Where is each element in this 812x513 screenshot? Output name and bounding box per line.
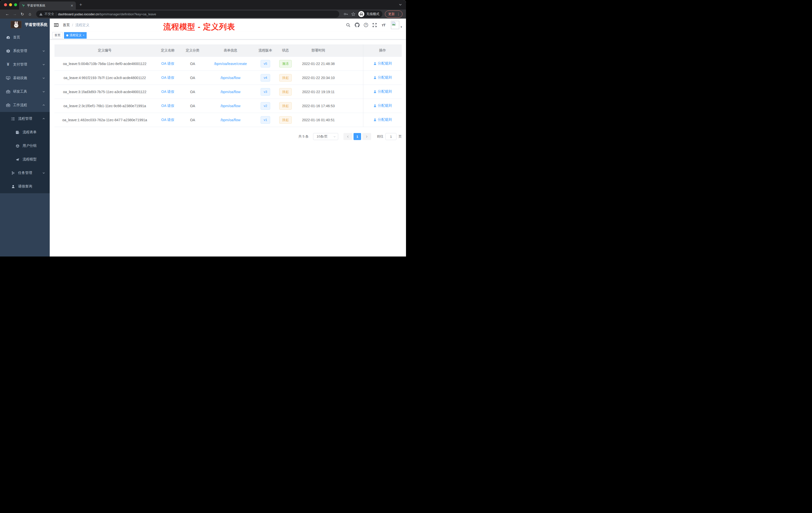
security-label[interactable]: 不安全 <box>45 12 54 16</box>
assign-rule-button[interactable]: 分配规则 <box>373 117 392 122</box>
user-icon <box>373 76 377 79</box>
chevron-down-icon <box>42 50 45 53</box>
reload-icon[interactable]: ↻ <box>19 12 26 17</box>
tag-home[interactable]: 首页 <box>52 32 63 39</box>
workflow-submenu: 流程管理 流程表单 用户分组 <box>0 112 50 193</box>
form-link[interactable]: /bpm/oa/flow <box>221 104 240 108</box>
form-link[interactable]: /bpm/oa/flow <box>221 76 240 80</box>
version-badge: v2 <box>261 102 270 110</box>
assign-rule-button[interactable]: 分配规则 <box>373 75 392 80</box>
definition-id: oa_leave:4:991f2193-7b7f-11ec-a3c8-acde4… <box>55 76 155 80</box>
sidebar-item-devtools[interactable]: 研发工具 <box>0 85 50 98</box>
column-header: 表单信息 <box>205 48 256 53</box>
tag-close-icon[interactable]: × <box>83 34 84 37</box>
status-badge: 挂起 <box>279 116 292 124</box>
status-badge: 激活 <box>279 60 292 67</box>
sidebar-item-process-management[interactable]: 流程管理 <box>0 112 50 125</box>
deploy-time: 2022-01-22 20:34:10 <box>296 76 340 80</box>
page-size-select[interactable]: 10条/页 <box>313 133 338 140</box>
update-menu-button[interactable]: 更新 ⋮ <box>385 10 403 18</box>
column-header: 定义分类 <box>180 48 205 53</box>
column-header: 部署时间 <box>296 48 340 53</box>
help-icon[interactable]: ? <box>363 22 369 28</box>
definition-name-link[interactable]: OA 请假 <box>161 61 174 65</box>
address-bar[interactable]: 不安全 dashboard.yudao.iocoder.cn/bpm/manag… <box>36 10 339 18</box>
definition-name-link[interactable]: OA 请假 <box>161 90 174 94</box>
sidebar-item-system[interactable]: 系统管理 <box>0 44 50 58</box>
sidebar-item-infra[interactable]: 基础设施 <box>0 71 50 85</box>
assign-rule-button[interactable]: 分配规则 <box>373 89 392 94</box>
sidebar-item-home[interactable]: 首页 <box>0 31 50 44</box>
user-icon <box>373 62 377 65</box>
page-number-current[interactable]: 1 <box>353 133 361 140</box>
assign-rule-button[interactable]: 分配规则 <box>373 61 392 66</box>
url-text[interactable]: dashboard.yudao.iocoder.cn/bpm/manager/d… <box>58 12 336 16</box>
home-icon[interactable]: ⌂ <box>26 12 34 16</box>
sidebar-item-task-management[interactable]: 任务管理 <box>0 166 50 180</box>
sidebar-item-label: 流程模型 <box>23 157 37 162</box>
browser-toolbar: ← → ↻ ⌂ 不安全 dashboard.yudao.iocoder.cn/b… <box>0 9 406 19</box>
update-label: 更新 <box>388 12 395 16</box>
key-icon[interactable] <box>344 13 348 15</box>
menu-dots-icon[interactable]: ⋮ <box>397 12 400 16</box>
definition-name-link[interactable]: OA 请假 <box>161 104 174 108</box>
form-link[interactable]: /bpm/oa/leave/create <box>214 62 247 66</box>
broken-image-icon[interactable] <box>391 21 399 29</box>
column-header: 定义名称 <box>155 48 180 53</box>
github-icon[interactable] <box>354 22 360 28</box>
star-icon[interactable] <box>351 12 355 16</box>
form-link[interactable]: /bpm/oa/flow <box>221 90 240 94</box>
sidebar-item-label: 请假查询 <box>18 184 32 189</box>
tag-process-definition[interactable]: 流程定义 × <box>64 32 87 39</box>
new-tab-button[interactable]: + <box>79 2 82 7</box>
close-window-button[interactable] <box>4 3 7 6</box>
sidebar-item-leave-query[interactable]: 请假查询 <box>0 180 50 193</box>
minimize-window-button[interactable] <box>9 3 12 6</box>
browser-tab[interactable]: 芋道管理系统 ✕ <box>19 1 76 9</box>
definition-name-link[interactable]: OA 请假 <box>161 118 174 122</box>
sidebar-item-process-model[interactable]: 流程模型 <box>0 153 50 166</box>
window-controls[interactable] <box>4 3 17 6</box>
version-badge: v3 <box>261 88 270 96</box>
user-icon <box>373 90 377 93</box>
prev-page-button[interactable] <box>344 133 352 140</box>
breadcrumb-current: 流程定义 <box>75 23 89 27</box>
assign-rule-button[interactable]: 分配规则 <box>373 103 392 108</box>
sidebar-item-pay[interactable]: ¥ 支付管理 <box>0 58 50 71</box>
sidebar-item-label: 首页 <box>13 35 20 40</box>
sidebar-item-workflow[interactable]: 工作流程 <box>0 98 50 112</box>
goto-page-input[interactable] <box>385 133 397 140</box>
tags-view: 首页 流程定义 × <box>50 31 406 39</box>
definition-name-link[interactable]: OA 请假 <box>161 76 174 80</box>
user-menu[interactable]: ▾ <box>391 21 402 29</box>
sidebar-item-label: 支付管理 <box>13 62 27 67</box>
font-size-icon[interactable]: тT <box>381 22 386 28</box>
form-link[interactable]: /bpm/oa/flow <box>221 118 240 122</box>
sidebar-item-process-form[interactable]: 流程表单 <box>0 125 50 139</box>
back-icon[interactable]: ← <box>3 12 11 16</box>
fullscreen-icon[interactable] <box>372 22 377 28</box>
url-divider <box>56 12 56 16</box>
breadcrumb-home[interactable]: 首页 <box>63 23 70 27</box>
next-page-button[interactable] <box>362 133 371 140</box>
definition-category: OA <box>180 90 205 94</box>
form-edit-icon <box>14 130 21 134</box>
zoom-window-button[interactable] <box>14 3 17 6</box>
sidebar: 芋道管理系统 首页 系统管理 ¥ 支付管理 <box>0 19 50 256</box>
hamburger-collapse-icon[interactable] <box>54 23 59 27</box>
definition-category: OA <box>180 76 205 80</box>
sidebar-item-label: 研发工具 <box>13 89 27 94</box>
deploy-time: 2022-01-22 19:19:11 <box>296 90 340 94</box>
sidebar-item-user-group[interactable]: 用户分组 <box>0 139 50 153</box>
tab-close-icon[interactable]: ✕ <box>70 4 73 7</box>
tab-search-chevron-icon[interactable] <box>399 3 402 6</box>
search-icon[interactable] <box>346 22 351 28</box>
definition-category: OA <box>180 104 205 108</box>
definition-id: oa_leave:5:004b710b-7b8a-11ec-8ef0-acde4… <box>55 62 155 66</box>
chevron-left-icon <box>347 135 349 138</box>
sidebar-logo[interactable]: 芋道管理系统 <box>0 19 50 31</box>
sidebar-item-label: 任务管理 <box>18 171 32 175</box>
forward-icon[interactable]: → <box>11 12 19 16</box>
svg-text:?: ? <box>365 24 367 26</box>
briefcase-icon <box>5 103 11 107</box>
